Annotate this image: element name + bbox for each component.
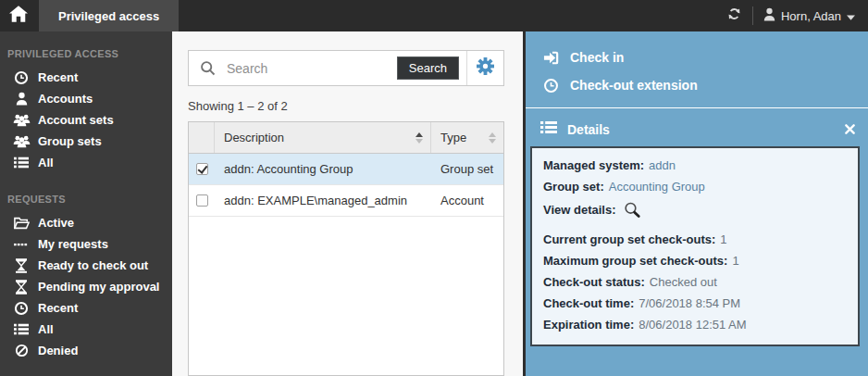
ellipsis-icon (12, 236, 31, 252)
sidebar-item-ready-to-check-out[interactable]: Ready to check out (0, 255, 172, 276)
sidebar-item-pending-my-approval[interactable]: Pending my approval (0, 276, 172, 297)
field-value: 1 (732, 254, 738, 268)
sidebar-item-label: Account sets (38, 113, 114, 127)
refresh-icon (726, 6, 742, 25)
detail-field-current-checkouts: Current group set check-outs: 1 (543, 229, 849, 250)
row-type: Account (431, 194, 503, 207)
sidebar-item-denied[interactable]: Denied (0, 340, 172, 361)
sidebar-item-account-sets[interactable]: Account sets (0, 109, 172, 131)
field-value: 7/06/2018 8:54 PM (639, 296, 740, 310)
details-title: Details (567, 122, 610, 137)
checkout-extension-action[interactable]: Check-out extension (526, 71, 868, 99)
sidebar-item-recent-requests[interactable]: Recent (0, 297, 172, 319)
row-checkbox[interactable] (196, 194, 208, 207)
field-label: Managed system: (543, 158, 644, 172)
home-icon (9, 6, 28, 26)
detail-field-managed-system: Managed system: addn (543, 155, 849, 176)
field-label: Group set: (543, 180, 604, 194)
hourglass-filled-icon (12, 257, 31, 273)
search-bar: Search (188, 50, 504, 86)
checkout-extension-label: Check-out extension (570, 78, 698, 93)
table-header: Description Type (189, 122, 503, 154)
sort-control-type[interactable] (489, 132, 496, 144)
detail-panel: Check in Check-out extension Details (523, 31, 868, 376)
field-value[interactable]: Accounting Group (609, 180, 705, 194)
sort-control-description[interactable] (415, 132, 423, 144)
results-panel: Search Showing 1 – 2 of 2 Description (172, 31, 523, 376)
search-settings-button[interactable] (466, 51, 503, 85)
check-in-action[interactable]: Check in (526, 44, 868, 71)
sidebar-item-active[interactable]: Active (0, 212, 172, 233)
list-icon (12, 155, 31, 170)
field-label: Expiration time: (543, 318, 634, 332)
results-table: Description Type (188, 121, 504, 376)
folder-open-icon (12, 215, 31, 231)
table-row[interactable]: addn: EXAMPLE\managed_admin Account (189, 185, 503, 217)
row-description: addn: EXAMPLE\managed_admin (215, 194, 431, 207)
search-button[interactable]: Search (397, 56, 459, 80)
list-icon (540, 120, 557, 138)
sidebar-section-requests: REQUESTS (0, 188, 172, 212)
home-button[interactable] (0, 0, 37, 31)
user-icon (763, 7, 775, 24)
detail-field-maximum-checkouts: Maximum group set check-outs: 1 (543, 250, 849, 271)
sidebar-item-label: My requests (38, 237, 108, 251)
hourglass-outline-icon (12, 279, 31, 295)
row-type: Group set (431, 162, 503, 176)
detail-field-expiration-time: Expiration time: 8/06/2018 12:51 AM (543, 314, 849, 335)
user-menu[interactable]: Horn, Adan (763, 7, 855, 24)
sidebar-item-recent[interactable]: Recent (0, 67, 172, 88)
search-input[interactable] (225, 60, 397, 77)
header-type[interactable]: Type (431, 122, 503, 153)
field-value: 8/06/2018 12:51 AM (639, 318, 746, 332)
sidebar-item-my-requests[interactable]: My requests (0, 233, 172, 255)
topbar-right: Horn, Adan (726, 6, 868, 25)
row-checkbox[interactable] (196, 163, 208, 175)
topbar-divider (752, 6, 753, 25)
details-box: Managed system: addn Group set: Accounti… (530, 146, 860, 346)
clock-icon (12, 69, 31, 85)
magnifier-icon[interactable] (623, 201, 641, 219)
header-description[interactable]: Description (215, 122, 431, 153)
row-checkbox-cell (189, 163, 215, 175)
users-icon (12, 133, 31, 149)
sidebar-item-label: Group sets (38, 134, 102, 148)
sidebar-item-label: Ready to check out (38, 258, 148, 272)
refresh-button[interactable] (726, 6, 742, 25)
detail-field-group-set: Group set: Accounting Group (543, 176, 849, 197)
field-value[interactable]: addn (649, 158, 676, 172)
table-row[interactable]: addn: Accounting Group Group set (189, 154, 503, 185)
close-icon (845, 121, 855, 138)
detail-field-checkout-time: Check-out time: 7/06/2018 8:54 PM (543, 293, 849, 314)
sidebar: PRIVILEGED ACCESS Recent Accounts Accoun… (0, 31, 172, 376)
field-label: Check-out time: (543, 296, 634, 310)
tab-label: Privileged access (58, 9, 159, 23)
header-type-label: Type (440, 131, 466, 144)
topbar: Privileged access (0, 0, 868, 31)
sidebar-item-label: Pending my approval (38, 280, 159, 294)
list-icon (12, 321, 31, 337)
sidebar-item-accounts[interactable]: Accounts (0, 88, 172, 109)
sidebar-item-label: Accounts (38, 92, 93, 106)
sidebar-item-group-sets[interactable]: Group sets (0, 131, 172, 152)
field-label: Maximum group set check-outs: (543, 254, 727, 268)
row-checkbox-cell (189, 194, 215, 207)
tab-privileged-access[interactable]: Privileged access (39, 0, 179, 31)
sidebar-item-all-access[interactable]: All (0, 152, 172, 173)
field-label: View details: (543, 203, 616, 217)
gear-icon (477, 57, 494, 79)
ban-icon (12, 343, 31, 358)
sidebar-item-label: All (38, 156, 54, 169)
clock-icon (12, 300, 31, 316)
check-in-label: Check in (570, 50, 624, 65)
detail-field-view-details: View details: (543, 197, 849, 222)
sidebar-item-label: Recent (38, 301, 78, 315)
privileged-access-app: Privileged access (0, 0, 868, 376)
close-button[interactable] (845, 121, 855, 138)
field-value: 1 (720, 232, 726, 246)
results-count: Showing 1 – 2 of 2 (188, 99, 504, 113)
sidebar-item-label: Recent (38, 70, 78, 84)
user-icon (12, 91, 31, 107)
field-value: Checked out (650, 275, 717, 289)
sidebar-item-all-requests[interactable]: All (0, 319, 172, 340)
